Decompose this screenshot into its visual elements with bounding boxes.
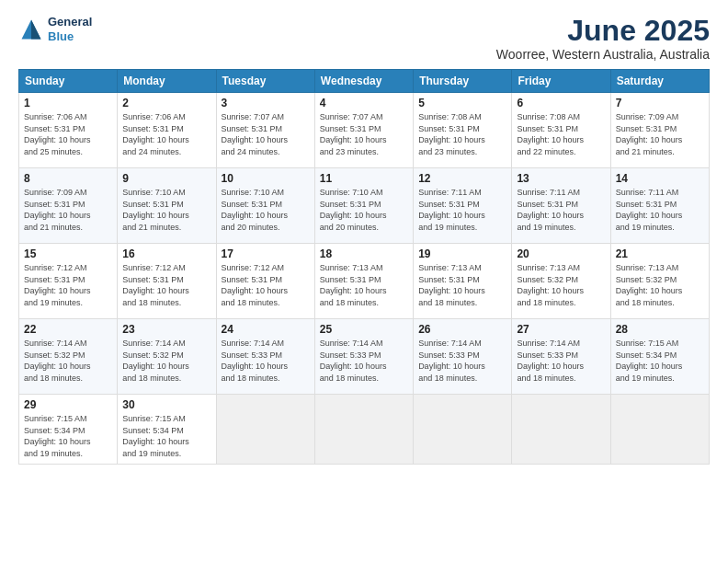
weekday-header-sunday: Sunday: [19, 70, 118, 93]
calendar-cell: 27Sunrise: 7:14 AM Sunset: 5:33 PM Dayli…: [512, 319, 610, 395]
calendar-cell: 8Sunrise: 7:09 AM Sunset: 5:31 PM Daylig…: [19, 168, 118, 244]
day-info: Sunrise: 7:14 AM Sunset: 5:32 PM Dayligh…: [122, 338, 210, 384]
day-number: 12: [418, 172, 506, 185]
day-number: 8: [24, 172, 112, 185]
day-info: Sunrise: 7:15 AM Sunset: 5:34 PM Dayligh…: [122, 413, 210, 459]
weekday-header-monday: Monday: [118, 70, 216, 93]
day-number: 26: [418, 323, 506, 336]
calendar-table: SundayMondayTuesdayWednesdayThursdayFrid…: [18, 69, 710, 464]
title-section: June 2025 Woorree, Western Australia, Au…: [496, 15, 710, 62]
day-number: 2: [122, 97, 210, 109]
calendar-cell: 26Sunrise: 7:14 AM Sunset: 5:33 PM Dayli…: [414, 319, 512, 395]
day-number: 5: [418, 97, 506, 109]
day-number: 18: [320, 247, 408, 260]
day-info: Sunrise: 7:15 AM Sunset: 5:34 PM Dayligh…: [616, 338, 704, 384]
day-info: Sunrise: 7:06 AM Sunset: 5:31 PM Dayligh…: [24, 111, 112, 157]
day-number: 13: [517, 172, 605, 185]
calendar-cell: 10Sunrise: 7:10 AM Sunset: 5:31 PM Dayli…: [216, 168, 314, 244]
day-info: Sunrise: 7:14 AM Sunset: 5:33 PM Dayligh…: [418, 338, 506, 384]
calendar-cell: 12Sunrise: 7:11 AM Sunset: 5:31 PM Dayli…: [414, 168, 512, 244]
day-info: Sunrise: 7:13 AM Sunset: 5:31 PM Dayligh…: [418, 262, 506, 308]
weekday-header-wednesday: Wednesday: [314, 70, 413, 93]
day-info: Sunrise: 7:14 AM Sunset: 5:33 PM Dayligh…: [517, 338, 605, 384]
day-number: 3: [222, 97, 310, 109]
day-info: Sunrise: 7:09 AM Sunset: 5:31 PM Dayligh…: [616, 111, 704, 157]
day-number: 25: [320, 323, 408, 336]
calendar-cell: 18Sunrise: 7:13 AM Sunset: 5:31 PM Dayli…: [314, 244, 413, 319]
calendar-cell: 17Sunrise: 7:12 AM Sunset: 5:31 PM Dayli…: [216, 244, 314, 319]
calendar-cell: [610, 395, 709, 464]
calendar-cell: 1Sunrise: 7:06 AM Sunset: 5:31 PM Daylig…: [19, 93, 118, 168]
month-title: June 2025: [496, 15, 710, 47]
logo-icon: [18, 17, 44, 42]
day-info: Sunrise: 7:14 AM Sunset: 5:32 PM Dayligh…: [24, 338, 112, 384]
calendar-cell: 4Sunrise: 7:07 AM Sunset: 5:31 PM Daylig…: [314, 93, 413, 168]
day-info: Sunrise: 7:06 AM Sunset: 5:31 PM Dayligh…: [122, 111, 210, 157]
calendar-cell: 16Sunrise: 7:12 AM Sunset: 5:31 PM Dayli…: [118, 244, 216, 319]
day-info: Sunrise: 7:11 AM Sunset: 5:31 PM Dayligh…: [517, 187, 605, 233]
calendar-cell: 2Sunrise: 7:06 AM Sunset: 5:31 PM Daylig…: [118, 93, 216, 168]
day-info: Sunrise: 7:13 AM Sunset: 5:31 PM Dayligh…: [320, 262, 408, 308]
calendar-cell: 13Sunrise: 7:11 AM Sunset: 5:31 PM Dayli…: [512, 168, 610, 244]
logo-text: General Blue: [48, 15, 92, 43]
calendar-cell: [414, 395, 512, 464]
calendar-cell: 28Sunrise: 7:15 AM Sunset: 5:34 PM Dayli…: [610, 319, 709, 395]
day-number: 21: [616, 247, 704, 260]
svg-marker-1: [31, 19, 41, 39]
day-number: 1: [24, 97, 112, 109]
day-info: Sunrise: 7:10 AM Sunset: 5:31 PM Dayligh…: [222, 187, 310, 233]
logo: General Blue: [18, 15, 92, 43]
calendar-cell: 29Sunrise: 7:15 AM Sunset: 5:34 PM Dayli…: [19, 395, 118, 464]
day-number: 10: [222, 172, 310, 185]
weekday-header-saturday: Saturday: [610, 70, 709, 93]
weekday-header-thursday: Thursday: [414, 70, 512, 93]
calendar-cell: [314, 395, 413, 464]
location-subtitle: Woorree, Western Australia, Australia: [496, 47, 710, 62]
day-number: 24: [222, 323, 310, 336]
calendar-cell: 22Sunrise: 7:14 AM Sunset: 5:32 PM Dayli…: [19, 319, 118, 395]
calendar-cell: [512, 395, 610, 464]
day-number: 20: [517, 247, 605, 260]
day-info: Sunrise: 7:07 AM Sunset: 5:31 PM Dayligh…: [222, 111, 310, 157]
day-info: Sunrise: 7:13 AM Sunset: 5:32 PM Dayligh…: [616, 262, 704, 308]
day-info: Sunrise: 7:14 AM Sunset: 5:33 PM Dayligh…: [320, 338, 408, 384]
day-info: Sunrise: 7:12 AM Sunset: 5:31 PM Dayligh…: [122, 262, 210, 308]
calendar-cell: 9Sunrise: 7:10 AM Sunset: 5:31 PM Daylig…: [118, 168, 216, 244]
calendar-cell: 15Sunrise: 7:12 AM Sunset: 5:31 PM Dayli…: [19, 244, 118, 319]
day-number: 28: [616, 323, 704, 336]
day-number: 22: [24, 323, 112, 336]
day-number: 17: [222, 247, 310, 260]
day-info: Sunrise: 7:08 AM Sunset: 5:31 PM Dayligh…: [418, 111, 506, 157]
calendar-cell: 23Sunrise: 7:14 AM Sunset: 5:32 PM Dayli…: [118, 319, 216, 395]
header: General Blue June 2025 Woorree, Western …: [18, 15, 710, 62]
calendar-cell: 3Sunrise: 7:07 AM Sunset: 5:31 PM Daylig…: [216, 93, 314, 168]
calendar-cell: 20Sunrise: 7:13 AM Sunset: 5:32 PM Dayli…: [512, 244, 610, 319]
day-number: 16: [122, 247, 210, 260]
calendar-cell: 6Sunrise: 7:08 AM Sunset: 5:31 PM Daylig…: [512, 93, 610, 168]
day-number: 6: [517, 97, 605, 109]
weekday-header-tuesday: Tuesday: [216, 70, 314, 93]
day-info: Sunrise: 7:14 AM Sunset: 5:33 PM Dayligh…: [222, 338, 310, 384]
calendar-cell: 25Sunrise: 7:14 AM Sunset: 5:33 PM Dayli…: [314, 319, 413, 395]
day-number: 9: [122, 172, 210, 185]
calendar-cell: 30Sunrise: 7:15 AM Sunset: 5:34 PM Dayli…: [118, 395, 216, 464]
day-info: Sunrise: 7:12 AM Sunset: 5:31 PM Dayligh…: [222, 262, 310, 308]
page: General Blue June 2025 Woorree, Western …: [0, 0, 728, 563]
day-info: Sunrise: 7:11 AM Sunset: 5:31 PM Dayligh…: [616, 187, 704, 233]
day-number: 14: [616, 172, 704, 185]
day-info: Sunrise: 7:15 AM Sunset: 5:34 PM Dayligh…: [24, 413, 112, 459]
weekday-header-friday: Friday: [512, 70, 610, 93]
calendar-cell: 11Sunrise: 7:10 AM Sunset: 5:31 PM Dayli…: [314, 168, 413, 244]
day-info: Sunrise: 7:08 AM Sunset: 5:31 PM Dayligh…: [517, 111, 605, 157]
day-info: Sunrise: 7:07 AM Sunset: 5:31 PM Dayligh…: [320, 111, 408, 157]
day-info: Sunrise: 7:12 AM Sunset: 5:31 PM Dayligh…: [24, 262, 112, 308]
day-info: Sunrise: 7:13 AM Sunset: 5:32 PM Dayligh…: [517, 262, 605, 308]
day-number: 27: [517, 323, 605, 336]
day-number: 29: [24, 398, 112, 411]
calendar-cell: 21Sunrise: 7:13 AM Sunset: 5:32 PM Dayli…: [610, 244, 709, 319]
day-info: Sunrise: 7:10 AM Sunset: 5:31 PM Dayligh…: [122, 187, 210, 233]
day-number: 19: [418, 247, 506, 260]
day-number: 23: [122, 323, 210, 336]
day-info: Sunrise: 7:09 AM Sunset: 5:31 PM Dayligh…: [24, 187, 112, 233]
day-number: 11: [320, 172, 408, 185]
